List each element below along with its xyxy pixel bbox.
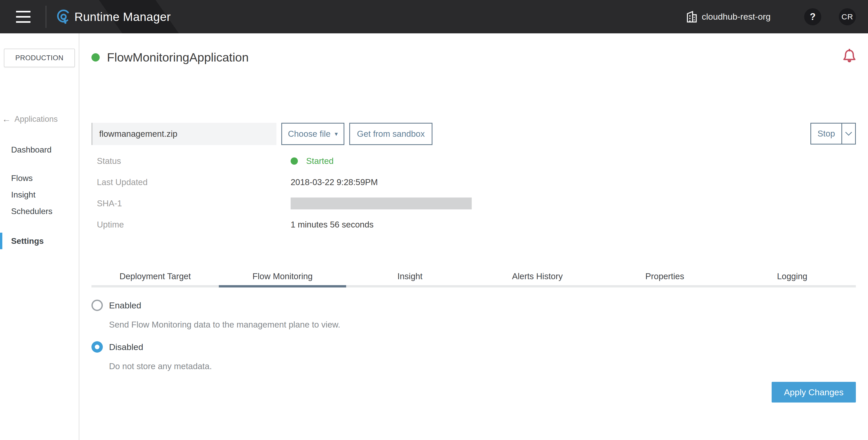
tab-deployment-target[interactable]: Deployment Target — [91, 267, 219, 288]
status-dot — [291, 157, 298, 165]
stop-button[interactable]: Stop — [810, 123, 841, 145]
status-row: Status Started — [91, 150, 856, 172]
last-updated-value: 2018-03-22 9:28:59PM — [291, 177, 378, 187]
sha1-row: SHA-1 — [91, 193, 856, 214]
tab-alerts-history[interactable]: Alerts History — [474, 267, 601, 288]
enabled-description: Send Flow Monitoring data to the managem… — [109, 320, 856, 330]
enabled-label: Enabled — [109, 300, 141, 311]
apply-changes-button[interactable]: Apply Changes — [772, 382, 856, 403]
header-divider — [46, 6, 46, 28]
sidebar: PRODUCTION ← Applications Dashboard Flow… — [0, 33, 79, 440]
runtime-manager-page: Runtime Manager cloudhub-rest-org ? — [0, 0, 868, 440]
sha1-label: SHA-1 — [91, 199, 291, 208]
sidebar-item-settings[interactable]: Settings — [0, 233, 79, 249]
disabled-label: Disabled — [109, 342, 143, 352]
uptime-label: Uptime — [91, 220, 291, 230]
organization-icon — [686, 10, 697, 24]
top-header: Runtime Manager cloudhub-rest-org ? — [0, 0, 868, 33]
deployment-file-row: flowmanagement.zip Choose file ▾ Get fro… — [91, 123, 856, 145]
flow-monitoring-enabled-option[interactable]: Enabled — [91, 300, 856, 311]
back-arrow-icon: ← — [2, 114, 11, 124]
back-link-label: Applications — [14, 115, 58, 124]
get-from-sandbox-button[interactable]: Get from sandbox — [349, 123, 432, 145]
tab-properties[interactable]: Properties — [601, 267, 728, 288]
stop-options-chevron-down-icon[interactable] — [841, 123, 856, 145]
choose-file-label: Choose file — [288, 129, 331, 139]
status-label: Status — [91, 156, 291, 166]
choose-file-button[interactable]: Choose file ▾ — [281, 123, 344, 145]
page-title: FlowMonitoringApplication — [107, 50, 249, 64]
last-updated-label: Last Updated — [91, 177, 291, 187]
org-switcher[interactable]: cloudhub-rest-org — [686, 10, 771, 24]
back-to-applications-link[interactable]: ← Applications — [2, 114, 58, 124]
app-title: Runtime Manager — [74, 0, 171, 33]
runtime-manager-logo-icon[interactable] — [56, 9, 71, 26]
settings-tabs: Deployment Target Flow Monitoring Insigh… — [91, 267, 856, 288]
disabled-description: Do not store any metadata. — [109, 361, 856, 371]
uptime-value: 1 minutes 56 seconds — [291, 220, 374, 230]
radio-enabled[interactable] — [91, 300, 103, 311]
sidebar-item-insight[interactable]: Insight — [0, 186, 79, 203]
tab-insight[interactable]: Insight — [346, 267, 473, 288]
sidebar-item-schedulers[interactable]: Schedulers — [0, 203, 79, 219]
app-details: Status Started Last Updated 2018-03-22 9… — [91, 150, 856, 235]
radio-disabled[interactable] — [91, 341, 103, 353]
tab-flow-monitoring[interactable]: Flow Monitoring — [219, 267, 346, 288]
main-content: FlowMonitoringApplication flowmanagement… — [79, 33, 868, 440]
chevron-down-icon: ▾ — [335, 130, 338, 138]
help-button[interactable]: ? — [804, 8, 821, 25]
status-value: Started — [306, 156, 334, 166]
user-avatar[interactable]: CR — [839, 8, 856, 25]
sha1-redacted-bar — [291, 198, 472, 209]
stop-split-button: Stop — [810, 123, 856, 145]
app-status-dot — [91, 53, 100, 61]
flow-monitoring-disabled-option[interactable]: Disabled — [91, 341, 856, 353]
org-name: cloudhub-rest-org — [702, 12, 771, 22]
sidebar-item-dashboard[interactable]: Dashboard — [0, 141, 79, 158]
last-updated-row: Last Updated 2018-03-22 9:28:59PM — [91, 172, 856, 193]
uptime-row: Uptime 1 minutes 56 seconds — [91, 214, 856, 235]
hamburger-menu-icon[interactable] — [16, 11, 30, 23]
sidebar-nav: Dashboard Flows Insight Schedulers Setti… — [0, 141, 79, 249]
tab-logging[interactable]: Logging — [728, 267, 856, 288]
sidebar-item-flows[interactable]: Flows — [0, 170, 79, 186]
environment-selector-button[interactable]: PRODUCTION — [4, 49, 75, 67]
deployment-file-field[interactable]: flowmanagement.zip — [91, 123, 276, 145]
notifications-bell-icon[interactable] — [843, 49, 856, 64]
